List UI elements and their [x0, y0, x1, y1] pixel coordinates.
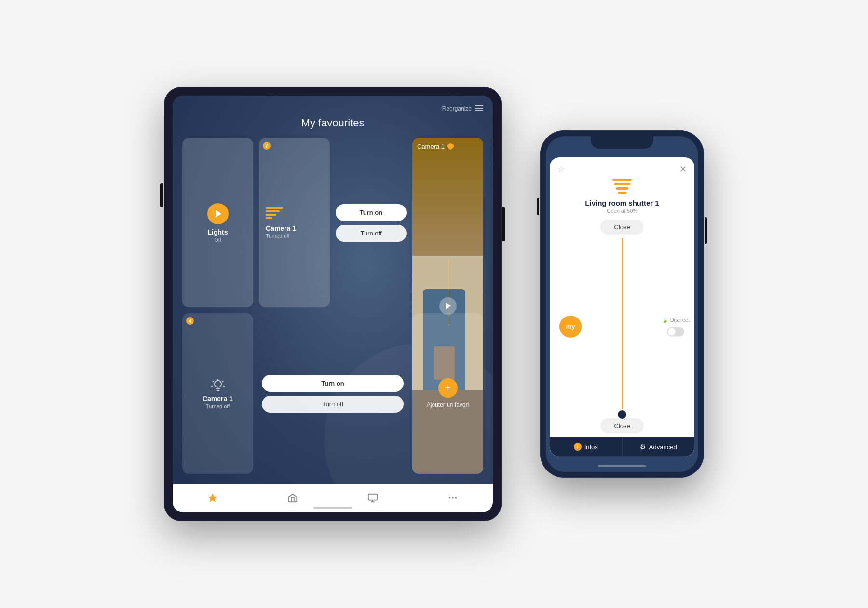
discreet-area: 🍃 Discreet — [662, 317, 690, 336]
lights-play-button[interactable] — [207, 203, 229, 224]
svg-point-0 — [215, 380, 221, 387]
gear-icon: ⚙ — [640, 443, 646, 451]
info-icon: i — [574, 443, 582, 451]
favourite-icon[interactable]: ☆ — [557, 164, 565, 175]
camera2-card[interactable]: 4 Camera 1 Turned off — [182, 313, 253, 474]
room-ceiling — [412, 138, 483, 256]
camera2-sublabel: Turned off — [206, 403, 230, 409]
lights-sublabel: Off — [214, 237, 221, 243]
camera1-sublabel: Turned off — [266, 233, 290, 239]
nav-more[interactable] — [448, 493, 458, 503]
play-overlay-icon — [446, 303, 451, 309]
svg-rect-1 — [368, 494, 377, 500]
close-button[interactable]: ✕ — [679, 164, 687, 175]
camera1-number: 7 — [263, 142, 271, 150]
phone-device: ☆ ✕ Living room shutter 1 Open at 50% — [540, 130, 704, 478]
scene: Reorganize My favourites L — [0, 0, 868, 608]
favourites-grid: Lights Off 7 Camera 1 Turned off — [182, 138, 483, 474]
phone-screen: ☆ ✕ Living room shutter 1 Open at 50% — [546, 136, 698, 472]
modal-bottom-bar: i Infos ⚙ Advanced — [550, 437, 694, 456]
infos-label: Infos — [584, 443, 598, 451]
svg-point-4 — [455, 497, 457, 499]
tablet-content: Reorganize My favourites L — [173, 96, 493, 484]
shutter-icon-large — [612, 179, 632, 194]
home-bar — [598, 465, 646, 467]
camera2-number: 4 — [186, 317, 194, 325]
video-play-button[interactable] — [439, 297, 457, 315]
close-top-button[interactable]: Close — [600, 220, 643, 235]
tablet-top-bar: Reorganize — [182, 105, 483, 112]
shutter-control: my Close Close — [550, 216, 694, 437]
phone-notch — [591, 136, 653, 149]
lights-card[interactable]: Lights Off — [182, 138, 253, 307]
track-dot[interactable] — [618, 410, 626, 419]
camera-preview-label: Camera 1 — [417, 143, 454, 150]
device-name: Living room shutter 1 — [550, 199, 694, 207]
shutter-modal: ☆ ✕ Living room shutter 1 Open at 50% — [550, 157, 694, 456]
advanced-button[interactable]: ⚙ Advanced — [623, 437, 695, 456]
camera2-buttons: Turn on Turn off — [259, 313, 407, 474]
add-favourite-card[interactable]: + Ajouter un favori — [412, 313, 483, 474]
tablet-bottom-nav — [173, 484, 493, 512]
discreet-toggle[interactable] — [667, 327, 684, 336]
tablet-screen: Reorganize My favourites L — [173, 96, 493, 512]
nav-devices[interactable] — [367, 493, 378, 503]
turn-on-button[interactable]: Turn on — [336, 204, 407, 221]
camera1-card[interactable]: 7 Camera 1 Turned off — [259, 138, 330, 307]
shutter-icon — [266, 207, 283, 221]
reorganize-icon — [475, 105, 483, 112]
bulb-icon — [211, 378, 225, 392]
camera2-turn-off-button[interactable]: Turn off — [262, 396, 404, 413]
close-bottom-button[interactable]: Close — [600, 418, 643, 433]
modal-header: ☆ ✕ — [550, 157, 694, 175]
lights-label: Lights — [208, 228, 228, 236]
device-status: Open at 50% — [550, 208, 694, 214]
scroll-indicator — [313, 507, 352, 509]
camera2-label: Camera 1 — [203, 395, 233, 402]
svg-point-3 — [452, 497, 454, 499]
page-title: My favourites — [182, 117, 483, 129]
reorganize-label: Reorganize — [442, 105, 472, 112]
track-line — [622, 238, 623, 415]
nav-home[interactable] — [287, 493, 298, 503]
camera1-label: Camera 1 — [266, 224, 296, 232]
nav-favourites[interactable] — [207, 493, 218, 503]
add-favourite-label: Ajouter un favori — [427, 401, 469, 409]
svg-point-2 — [449, 497, 451, 499]
infos-button[interactable]: i Infos — [550, 437, 623, 456]
home-indicator — [546, 460, 698, 472]
play-icon — [216, 210, 221, 218]
discreet-label: 🍃 Discreet — [662, 317, 690, 323]
camera1-buttons: Turn on Turn off — [336, 138, 407, 307]
leaf-icon: 🍃 — [662, 317, 668, 323]
turn-off-button[interactable]: Turn off — [336, 225, 407, 242]
reorganize-button[interactable]: Reorganize — [442, 105, 483, 112]
phone-content: ☆ ✕ Living room shutter 1 Open at 50% — [546, 136, 698, 460]
advanced-label: Advanced — [649, 443, 677, 451]
tablet-device: Reorganize My favourites L — [164, 87, 502, 521]
camera2-turn-on-button[interactable]: Turn on — [262, 375, 404, 392]
add-favourite-icon: + — [438, 378, 458, 398]
shield-icon — [447, 143, 454, 150]
